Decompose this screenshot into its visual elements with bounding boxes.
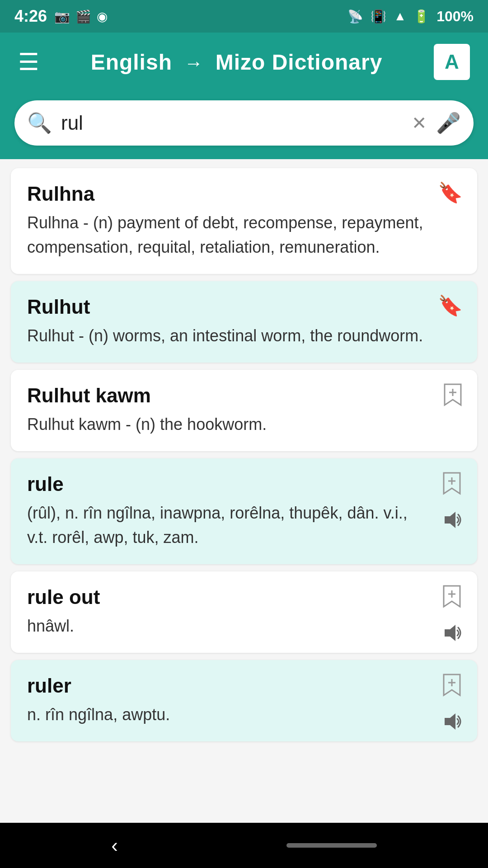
bookmark-add-icon[interactable] xyxy=(442,584,462,613)
entry-card[interactable]: Rulhut kawmRulhut kawm - (n) the hookwor… xyxy=(11,370,477,451)
status-bar: 4:26 📷 🎬 ◉ 📡 📳 ▲ 🔋 100% xyxy=(0,0,488,33)
search-icon: 🔍 xyxy=(27,111,52,135)
entry-definition: Rulhut kawm - (n) the hookworm. xyxy=(27,412,461,437)
translate-icon-button[interactable]: A xyxy=(434,44,470,80)
entry-word: Rulhna xyxy=(27,183,461,205)
circle-record-icon: ◉ xyxy=(97,9,108,24)
app-title-english: English xyxy=(91,50,172,74)
video-icon: 🎬 xyxy=(75,9,91,24)
results-area: RulhnaRulhna - (n) payment of debt, reco… xyxy=(0,159,488,750)
vibrate-icon: 📳 xyxy=(371,9,386,24)
status-time: 4:26 xyxy=(14,7,47,26)
entry-definition: (rûl), n. rîn ngîlna, inawpna, rorêlna, … xyxy=(27,501,461,550)
entry-definition: Rulhut - (n) worms, an intestinal worm, … xyxy=(27,324,461,348)
video-camera-icon: 📷 xyxy=(54,9,70,24)
bookmark-area: 🔖 xyxy=(438,181,463,204)
search-input[interactable] xyxy=(61,112,403,134)
bookmark-area xyxy=(441,584,463,648)
clear-icon[interactable]: ✕ xyxy=(412,113,427,133)
menu-icon[interactable]: ☰ xyxy=(18,50,39,74)
entry-word: Rulhut xyxy=(27,296,461,318)
entry-card[interactable]: RulhutRulhut - (n) worms, an intestinal … xyxy=(11,281,477,363)
entry-card[interactable]: rule outhnâwl. xyxy=(11,571,477,653)
battery-icon: 🔋 xyxy=(413,9,429,24)
app-title: English → Mizo Dictionary xyxy=(91,50,383,75)
status-bar-left: 4:26 📷 🎬 ◉ xyxy=(14,7,108,26)
bookmark-add-icon[interactable] xyxy=(443,382,463,411)
entry-card[interactable]: rulern. rîn ngîlna, awptu. xyxy=(11,660,477,741)
svg-marker-7 xyxy=(445,625,455,641)
cast-icon: 📡 xyxy=(347,9,363,24)
home-indicator xyxy=(286,843,377,848)
entry-card[interactable]: RulhnaRulhna - (n) payment of debt, reco… xyxy=(11,168,477,274)
entry-word: Rulhut kawm xyxy=(27,384,461,407)
bookmark-area xyxy=(441,471,463,535)
entry-word: ruler xyxy=(27,675,461,697)
bottom-nav: ‹ xyxy=(0,823,488,868)
bookmark-add-icon[interactable] xyxy=(442,471,462,500)
app-title-mizo: Mizo Dictionary xyxy=(216,50,383,74)
app-title-arrow: → xyxy=(184,52,203,74)
entry-card[interactable]: rule(rûl), n. rîn ngîlna, inawpna, rorêl… xyxy=(11,458,477,564)
bookmark-filled-icon[interactable]: 🔖 xyxy=(438,181,463,204)
mic-icon[interactable]: 🎤 xyxy=(436,111,461,135)
app-bar: ☰ English → Mizo Dictionary A xyxy=(0,33,488,91)
back-button[interactable]: ‹ xyxy=(111,834,118,857)
entry-word: rule xyxy=(27,473,461,495)
sound-icon[interactable] xyxy=(441,622,463,648)
wifi-icon: ▲ xyxy=(394,9,406,24)
bookmark-area xyxy=(443,382,463,411)
entry-definition: hnâwl. xyxy=(27,614,461,638)
search-box: 🔍 ✕ 🎤 xyxy=(14,100,474,146)
sound-icon[interactable] xyxy=(441,509,463,535)
entry-definition: Rulhna - (n) payment of debt, recompense… xyxy=(27,211,461,259)
entry-definition: n. rîn ngîlna, awptu. xyxy=(27,703,461,727)
bookmark-filled-icon[interactable]: 🔖 xyxy=(438,294,463,317)
svg-marker-10 xyxy=(445,713,455,730)
status-bar-right: 📡 📳 ▲ 🔋 100% xyxy=(347,8,474,25)
bookmark-area xyxy=(441,673,463,736)
status-icons: 📷 🎬 ◉ xyxy=(54,9,108,24)
bookmark-area: 🔖 xyxy=(438,294,463,317)
bookmark-add-icon[interactable] xyxy=(442,673,462,702)
battery-level: 100% xyxy=(436,8,474,25)
sound-icon[interactable] xyxy=(441,711,463,736)
search-container: 🔍 ✕ 🎤 xyxy=(0,91,488,159)
svg-marker-4 xyxy=(445,512,455,528)
entry-word: rule out xyxy=(27,586,461,609)
